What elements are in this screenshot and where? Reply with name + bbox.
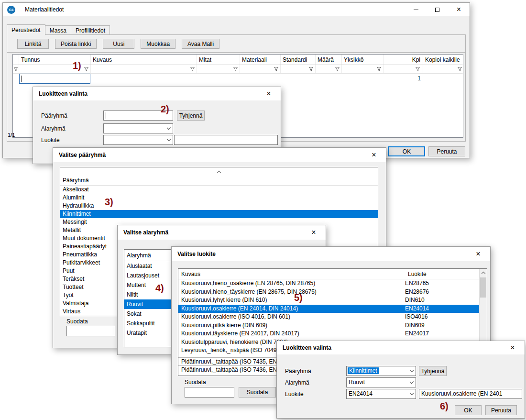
list-item[interactable]: Kiinnittimet: [60, 210, 378, 218]
row-selector[interactable]: [13, 74, 19, 84]
suodata-input[interactable]: [66, 326, 115, 336]
column-header[interactable]: Materiaali: [240, 55, 281, 65]
ok-button[interactable]: OK: [455, 405, 482, 415]
chevron-down-icon: [166, 126, 170, 130]
toolbar-button[interactable]: Linkitä: [17, 39, 49, 49]
dropdown-arrow[interactable]: [164, 135, 173, 144]
filter-cell[interactable]: [281, 65, 316, 73]
maximize-button[interactable]: [427, 3, 448, 16]
column-header[interactable]: Kopioi kaikille: [423, 55, 463, 65]
filter-cell[interactable]: [384, 65, 423, 73]
alaryhma-combobox[interactable]: [103, 123, 173, 133]
paaryhma-label: Pääryhmä: [285, 368, 311, 375]
close-button[interactable]: ×: [469, 247, 487, 261]
scrollbar-thumb[interactable]: [480, 277, 486, 298]
row-luokite: EN28765: [405, 279, 479, 288]
column-header[interactable]: Mitat: [197, 55, 240, 65]
tunnus-edit-input[interactable]: [19, 74, 90, 84]
filter-cell[interactable]: [342, 65, 384, 73]
cancel-button[interactable]: Peruuta: [485, 405, 517, 415]
list-item[interactable]: Akseliosat: [60, 186, 378, 194]
paaryhma-label: Pääryhmä: [41, 112, 67, 119]
row-kuvaus: Kuusioruuvi,täyskierre (EN 24017, DIN 24…: [178, 330, 405, 338]
step-annotation-6: 6): [440, 401, 449, 412]
filter-cell[interactable]: [316, 65, 342, 73]
chevron-down-icon: [409, 380, 413, 384]
tunnus-cell[interactable]: [19, 74, 91, 84]
dropdown-arrow[interactable]: [407, 378, 416, 387]
cancel-button[interactable]: Peruuta: [428, 146, 465, 156]
luokite-column-header[interactable]: Luokite: [408, 271, 427, 277]
table-row[interactable]: Kuusioruuvi,täyskierre (EN 24017, DIN 24…: [178, 330, 479, 338]
main-titlebar: G4 Materiaalitiedot ×: [3, 3, 470, 16]
filter-cell[interactable]: [91, 65, 197, 73]
luokite-text-field[interactable]: [174, 135, 278, 145]
column-header[interactable]: Määrä: [316, 55, 342, 65]
tab[interactable]: Profiilitiedot: [71, 25, 110, 35]
suodata-input[interactable]: [185, 387, 234, 398]
close-icon: ×: [266, 90, 271, 98]
table-row[interactable]: Kuusioruuvi,hieno_osakierre (EN 28765, D…: [178, 279, 479, 288]
step-annotation-4: 4): [155, 283, 164, 294]
suodata-label: Suodata: [185, 379, 206, 386]
scroll-up-button[interactable]: [480, 269, 487, 276]
window-controls: ×: [405, 3, 470, 16]
row-kuvaus: Kuusioruuvi,pitkä kierre (DIN 609): [178, 321, 405, 330]
table-cell: [342, 74, 384, 84]
kpl-value: 1: [384, 74, 423, 84]
toolbar-button[interactable]: Muokkaa: [141, 39, 175, 49]
column-header[interactable]: Yksikkö: [342, 55, 384, 65]
filter-cell[interactable]: [240, 65, 281, 73]
dialog-titlebar: Valitse alaryhmä: [118, 225, 326, 240]
toolbar-button[interactable]: Avaa Malli: [182, 39, 219, 49]
dialog-title: Valitse alaryhmä: [123, 229, 168, 236]
ok-button[interactable]: OK: [388, 146, 425, 156]
close-button[interactable]: ×: [448, 3, 470, 16]
combo-value: EN24014: [349, 390, 407, 397]
minimize-button[interactable]: [405, 3, 427, 16]
tab[interactable]: Perustiedot: [7, 24, 45, 35]
filter-cell[interactable]: [423, 65, 463, 73]
column-header[interactable]: Kpl: [384, 55, 423, 65]
scroll-up-hint[interactable]: [218, 170, 220, 174]
combo-value: Kiinnittimet: [348, 367, 379, 374]
close-button[interactable]: ×: [260, 87, 278, 100]
alaryhma-combobox[interactable]: Ruuvit: [346, 377, 416, 387]
table-row[interactable]: Kuusioruuvi,lyhyt kierre (DIN 610) DIN61…: [178, 296, 479, 305]
table-row[interactable]: Kuusioruuvi,osakierre (EN 24014, DIN 240…: [178, 305, 479, 313]
close-icon: ×: [372, 151, 376, 159]
funnel-icon: [376, 66, 382, 72]
dropdown-arrow[interactable]: [407, 366, 416, 376]
luokite-text-field[interactable]: Kuusioruuvi,osakierre (EN 2401: [419, 389, 522, 399]
dialog-title: Valitse pääryhmä: [59, 152, 106, 158]
tab[interactable]: Massa: [45, 25, 71, 35]
table-row[interactable]: Kuusioruuvi,pitkä kierre (DIN 609) DIN60…: [178, 321, 479, 330]
toolbar-button[interactable]: Uusi: [103, 39, 134, 49]
luokite-combobox[interactable]: EN24014: [346, 389, 416, 399]
close-button[interactable]: ×: [365, 148, 383, 162]
column-header[interactable]: Standardi: [281, 55, 316, 65]
dropdown-arrow[interactable]: [407, 389, 416, 398]
dropdown-arrow[interactable]: [164, 124, 173, 133]
filter-cell[interactable]: [13, 65, 19, 73]
table-cell: [240, 74, 281, 84]
tyhjenna-button[interactable]: Tyhjennä: [177, 111, 205, 121]
close-button[interactable]: ×: [305, 225, 323, 240]
dialog-title: Valitse luokite: [177, 251, 216, 257]
table-row[interactable]: Kuusioruuvi,hieno_täyskierre (EN 28675, …: [178, 288, 479, 297]
suodata-button[interactable]: Suodata: [239, 387, 276, 398]
toolbar-button[interactable]: Poista linkki: [55, 39, 97, 49]
filter-cell[interactable]: [197, 65, 240, 73]
kuvaus-column-header[interactable]: Kuvaus: [181, 271, 200, 277]
close-button[interactable]: ×: [504, 341, 522, 354]
screen: G4 Materiaalitiedot × PerustiedotMassaPr…: [0, 0, 526, 420]
row-luokite: EN24017: [405, 330, 479, 338]
tyhjenna-button[interactable]: Tyhjennä: [419, 366, 447, 376]
column-header[interactable]: Kuvaus: [91, 55, 197, 65]
luokite-combobox[interactable]: [103, 135, 173, 145]
paaryhma-combobox[interactable]: Kiinnittimet: [346, 366, 416, 376]
table-row[interactable]: Kuusioruuvi,osakierre (ISO 4016, DIN 601…: [178, 313, 479, 321]
maximize-icon: [435, 8, 439, 12]
tab-bar: PerustiedotMassaProfiilitiedot: [7, 24, 110, 35]
funnel-icon: [457, 66, 462, 72]
